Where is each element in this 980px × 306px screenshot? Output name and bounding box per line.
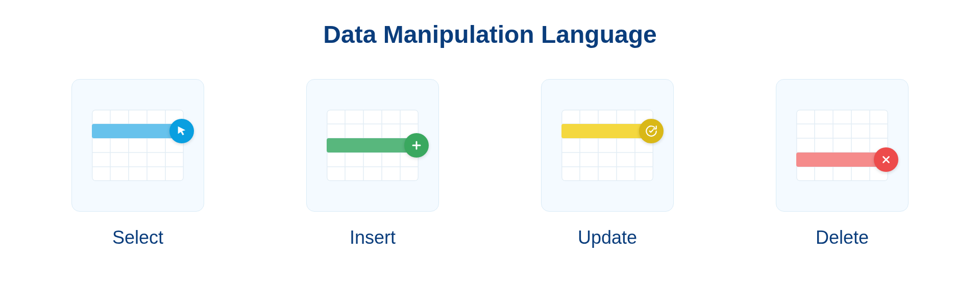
card-insert-label: Insert	[350, 227, 396, 248]
svg-rect-32	[796, 110, 888, 181]
refresh-check-icon	[639, 119, 664, 143]
table-grid	[796, 110, 888, 181]
svg-rect-22	[561, 110, 653, 181]
svg-rect-0	[92, 110, 184, 181]
card-update: Update	[541, 79, 674, 248]
table-grid	[327, 110, 419, 181]
card-delete-label: Delete	[816, 227, 869, 248]
cursor-icon	[169, 119, 194, 143]
card-select-label: Select	[112, 227, 163, 248]
card-select: Select	[71, 79, 204, 248]
plus-icon	[404, 133, 429, 158]
card-update-box	[541, 79, 674, 212]
operation-cards: Select	[51, 79, 929, 248]
close-icon	[874, 147, 898, 172]
card-insert-box	[306, 79, 439, 212]
card-insert: Insert	[306, 79, 439, 248]
card-select-box	[71, 79, 204, 212]
card-delete: Delete	[776, 79, 909, 248]
table-grid	[92, 110, 184, 181]
table-grid	[561, 110, 653, 181]
page-title: Data Manipulation Language	[51, 20, 929, 48]
card-update-label: Update	[578, 227, 637, 248]
card-delete-box	[776, 79, 909, 212]
